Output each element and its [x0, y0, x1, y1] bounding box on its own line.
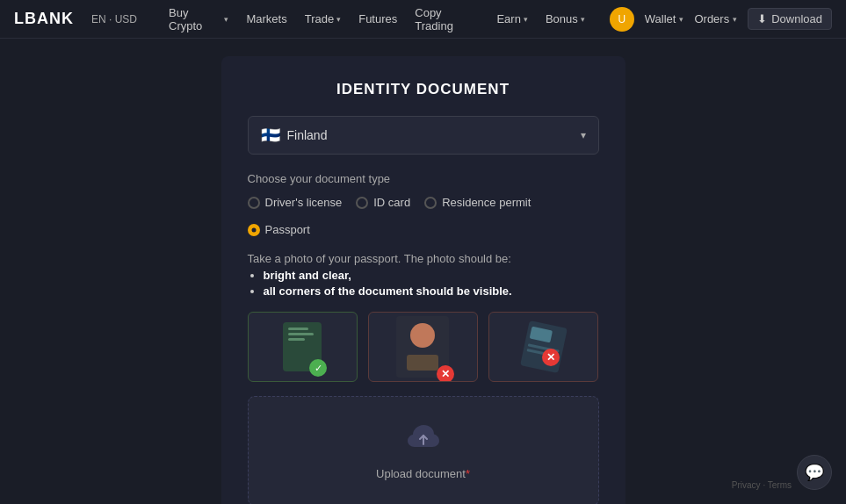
trade-chevron: ▾: [336, 15, 341, 24]
preview-row: ✓ ✕: [248, 312, 599, 382]
locale-selector[interactable]: EN · USD: [91, 13, 137, 25]
instructions: Take a photo of your passport. The photo…: [248, 252, 599, 298]
earn-chevron: ▾: [524, 15, 528, 24]
buy-crypto-chevron: ▾: [224, 15, 228, 24]
radio-circle-id: [356, 197, 368, 209]
radio-id-card[interactable]: ID card: [356, 196, 410, 209]
nav-copy-trading[interactable]: Copy Trading: [408, 3, 486, 36]
upload-icon: [408, 421, 439, 460]
cross-icon-rotated: ✕: [542, 349, 560, 366]
download-icon: ⬇: [757, 12, 767, 25]
orders-button[interactable]: Orders ▾: [694, 12, 737, 25]
nav-links: Buy Crypto ▾ Markets Trade ▾ Futures Cop…: [162, 3, 592, 36]
radio-label-residence: Residence permit: [442, 196, 531, 209]
main-content: IDENTITY DOCUMENT 🇫🇮 Finland ▾ Choose yo…: [0, 39, 846, 504]
chat-widget[interactable]: 💬: [797, 455, 832, 490]
radio-label-id: ID card: [373, 196, 410, 209]
person-body: [407, 355, 438, 371]
radio-circle-passport: [248, 224, 260, 236]
radio-drivers-license[interactable]: Driver's license: [248, 196, 343, 209]
country-selector[interactable]: 🇫🇮 Finland ▾: [248, 116, 599, 155]
nav-bonus[interactable]: Bonus ▾: [539, 9, 592, 29]
country-chevron-icon: ▾: [581, 129, 586, 141]
radio-label-drivers: Driver's license: [265, 196, 343, 209]
radio-passport[interactable]: Passport: [248, 223, 310, 236]
app-logo: LBANK: [14, 10, 74, 28]
download-button[interactable]: ⬇ Download: [748, 8, 832, 30]
instruction-item-2: all corners of the document should be vi…: [264, 284, 599, 298]
nav-earn[interactable]: Earn ▾: [489, 9, 534, 29]
doc-lines: [288, 328, 316, 343]
instruction-bold-1: bright and clear,: [264, 269, 351, 282]
doc-line-2: [288, 333, 314, 335]
doc-line-1: [288, 328, 307, 330]
radio-circle-residence: [424, 197, 437, 209]
person-head: [410, 323, 435, 348]
doc-line-3: [288, 338, 305, 341]
wallet-button[interactable]: Wallet ▾: [645, 12, 684, 25]
page-title: IDENTITY DOCUMENT: [248, 81, 599, 98]
nav-right: U Wallet ▾ Orders ▾ ⬇ Download: [610, 7, 832, 32]
privacy-notice: Privacy · Terms: [732, 480, 792, 490]
wallet-chevron: ▾: [679, 15, 683, 24]
identity-card: IDENTITY DOCUMENT 🇫🇮 Finland ▾ Choose yo…: [221, 56, 625, 504]
doc-illustration-good: ✓: [283, 322, 322, 371]
preview-bad-rotated: ✕: [488, 312, 598, 382]
doc-illustration-blur: ✕: [396, 316, 449, 378]
radio-circle-drivers: [248, 197, 260, 209]
nav-markets[interactable]: Markets: [239, 9, 293, 29]
doc-illustration-rotated: ✕: [524, 324, 563, 370]
doc-type-options: Driver's license ID card Residence permi…: [248, 196, 599, 236]
bonus-chevron: ▾: [581, 15, 585, 24]
upload-area[interactable]: Upload document*: [248, 396, 599, 504]
upload-label: Upload document*: [376, 467, 470, 480]
chat-icon: 💬: [805, 463, 824, 482]
cross-icon-blur: ✕: [437, 365, 454, 382]
check-icon: ✓: [309, 359, 327, 377]
country-flag: 🇫🇮: [261, 126, 280, 145]
country-name: Finland: [287, 128, 328, 142]
rotated-doc-photo: [529, 327, 552, 343]
navbar: LBANK EN · USD Buy Crypto ▾ Markets Trad…: [0, 0, 846, 39]
required-marker: *: [466, 467, 470, 480]
preview-good: ✓: [248, 312, 358, 382]
preview-bad-blur: ✕: [368, 312, 478, 382]
instruction-bold-2: all corners of the document should be vi…: [264, 284, 512, 298]
user-avatar[interactable]: U: [610, 7, 634, 32]
instructions-heading: Take a photo of your passport. The photo…: [248, 252, 511, 265]
nav-buy-crypto[interactable]: Buy Crypto ▾: [162, 3, 235, 36]
radio-label-passport: Passport: [265, 223, 310, 236]
nav-trade[interactable]: Trade ▾: [298, 9, 348, 29]
instruction-item-1: bright and clear,: [264, 269, 599, 282]
rotated-doc: [520, 320, 568, 373]
country-left: 🇫🇮 Finland: [261, 126, 328, 145]
doc-type-label: Choose your document type: [248, 172, 599, 185]
nav-futures[interactable]: Futures: [351, 9, 404, 29]
orders-chevron: ▾: [733, 15, 737, 24]
radio-residence-permit[interactable]: Residence permit: [424, 196, 531, 209]
